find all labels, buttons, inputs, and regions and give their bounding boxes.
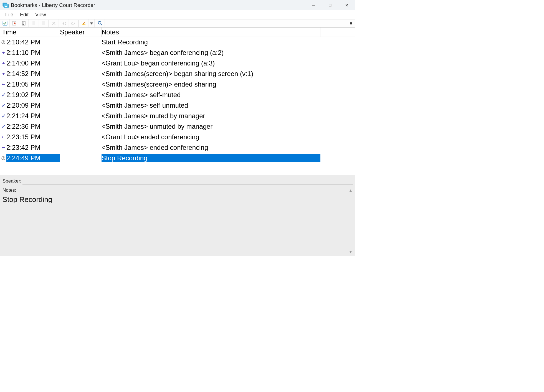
svg-marker-18: [90, 22, 93, 25]
clock-icon: [0, 40, 6, 44]
svg-marker-27: [3, 62, 5, 64]
titlebar: Bookmarks - Liberty Court Recorder: [0, 0, 355, 10]
cell-notes: Start Recording: [102, 38, 320, 46]
table-row[interactable]: 2:23:42 PM<Smith James> ended conferenci…: [0, 142, 355, 153]
svg-marker-15: [62, 22, 64, 24]
toolbar-highlight-dropdown[interactable]: [88, 19, 95, 27]
cell-time: 2:10:42 PM: [6, 38, 60, 46]
svg-rect-11: [32, 21, 35, 25]
svg-marker-29: [3, 73, 5, 75]
check-icon: [0, 103, 6, 108]
svg-line-20: [101, 24, 102, 25]
close-button[interactable]: [338, 0, 355, 10]
column-header-speaker[interactable]: Speaker: [60, 27, 102, 37]
cell-notes: <Grant Lou> began conferencing (a:3): [102, 59, 320, 67]
menu-edit[interactable]: Edit: [17, 11, 32, 18]
svg-rect-2: [5, 6, 7, 7]
svg-point-19: [98, 21, 101, 24]
cell-time: 2:14:00 PM: [6, 59, 60, 67]
app-icon: [2, 2, 10, 8]
app-window: Bookmarks - Liberty Court Recorder File …: [0, 0, 355, 256]
detail-pane: Speaker: Notes: ▲ ▼: [0, 175, 355, 256]
cell-time: 2:22:36 PM: [6, 123, 60, 130]
notes-label: Notes:: [2, 188, 353, 193]
table-row[interactable]: 2:20:09 PM<Smith James> self-unmuted: [0, 100, 355, 111]
join-icon: [0, 50, 6, 55]
toolbar-doc2-button: [39, 19, 48, 27]
cell-notes: <Smith James> began conferencing (a:2): [102, 49, 320, 57]
check-icon: [0, 124, 6, 129]
toolbar: ≡: [0, 19, 355, 27]
join-icon: [0, 72, 6, 76]
toolbar-highlight-button[interactable]: [79, 19, 88, 27]
speaker-input[interactable]: [22, 178, 353, 185]
svg-rect-12: [42, 21, 45, 25]
cell-notes: <Smith James> unmuted by manager: [102, 123, 320, 130]
toolbar-play-button[interactable]: [10, 19, 19, 27]
minimize-button[interactable]: [305, 0, 322, 10]
cell-notes: <Smith James> self-unmuted: [102, 102, 320, 109]
grid-body[interactable]: 2:10:42 PMStart Recording2:11:10 PM<Smit…: [0, 37, 355, 175]
cell-time: 2:23:42 PM: [6, 144, 60, 151]
window-title: Bookmarks - Liberty Court Recorder: [11, 2, 95, 8]
svg-marker-25: [3, 52, 5, 54]
table-row[interactable]: 2:14:00 PM<Grant Lou> began conferencing…: [0, 58, 355, 69]
toolbar-check-button[interactable]: [0, 19, 10, 27]
column-header-notes[interactable]: Notes: [102, 27, 320, 37]
toolbar-search-button[interactable]: [95, 19, 105, 27]
speaker-label: Speaker:: [2, 178, 22, 184]
table-row[interactable]: 2:19:02 PM<Smith James> self-muted: [0, 90, 355, 100]
toolbar-undo-button: [59, 19, 69, 27]
join-icon: [0, 61, 6, 65]
clock-icon: [0, 156, 6, 160]
cell-time: 2:18:05 PM: [6, 80, 60, 88]
table-row[interactable]: 2:24:49 PMStop Recording: [0, 153, 355, 163]
table-row[interactable]: 2:10:42 PMStart Recording: [0, 37, 355, 47]
leave-icon: [0, 82, 6, 87]
toolbar-attach-button[interactable]: [19, 19, 29, 27]
notes-scrollbar[interactable]: ▲ ▼: [348, 188, 353, 254]
svg-line-38: [3, 158, 4, 159]
table-row[interactable]: 2:14:52 PM<Smith James(screen)> began sh…: [0, 69, 355, 79]
menu-view[interactable]: View: [32, 11, 49, 18]
cell-time: 2:11:10 PM: [6, 49, 60, 57]
toolbar-overflow-button[interactable]: ≡: [347, 19, 355, 27]
toolbar-redo-button: [69, 19, 78, 27]
cell-notes: <Smith James> ended conferencing: [102, 144, 320, 151]
scroll-down-icon[interactable]: ▼: [349, 250, 353, 254]
cell-time: 2:19:02 PM: [6, 91, 60, 99]
table-row[interactable]: 2:22:36 PM<Smith James> unmuted by manag…: [0, 121, 355, 132]
cell-notes: <Smith James(screen)> began sharing scre…: [102, 70, 320, 78]
cell-time: 2:21:24 PM: [6, 112, 60, 120]
notes-textarea[interactable]: [2, 194, 353, 256]
cell-notes: <Grant Lou> ended conferencing: [102, 133, 320, 141]
svg-marker-16: [74, 22, 75, 24]
table-row[interactable]: 2:21:24 PM<Smith James> muted by manager: [0, 111, 355, 121]
cell-notes: <Smith James> self-muted: [102, 91, 320, 99]
cell-time: 2:24:49 PM: [6, 154, 60, 162]
cell-notes: <Smith James> muted by manager: [102, 112, 320, 120]
toolbar-delete-button: [49, 19, 59, 27]
cell-time: 2:23:15 PM: [6, 133, 60, 141]
table-row[interactable]: 2:23:15 PM<Grant Lou> ended conferencing: [0, 132, 355, 142]
check-icon: [0, 93, 6, 97]
bookmark-grid: Time Speaker Notes 2:10:42 PMStart Recor…: [0, 27, 355, 175]
leave-icon: [0, 145, 6, 150]
cell-time: 2:14:52 PM: [6, 70, 60, 78]
cell-notes: <Smith James(screen)> ended sharing: [102, 80, 320, 88]
leave-icon: [0, 135, 6, 139]
column-header-gutter: [320, 27, 355, 37]
menubar: File Edit View: [0, 10, 355, 19]
menu-file[interactable]: File: [2, 11, 17, 18]
table-row[interactable]: 2:11:10 PM<Smith James> began conferenci…: [0, 47, 355, 58]
column-header-time[interactable]: Time: [0, 27, 60, 37]
svg-line-23: [3, 42, 4, 43]
cell-time: 2:20:09 PM: [6, 102, 60, 109]
table-row[interactable]: 2:18:05 PM<Smith James(screen)> ended sh…: [0, 79, 355, 90]
grid-header: Time Speaker Notes: [0, 27, 355, 37]
toolbar-doc1-button: [29, 19, 39, 27]
check-icon: [0, 114, 6, 118]
cell-notes: Stop Recording: [102, 154, 320, 162]
scroll-up-icon[interactable]: ▲: [349, 188, 353, 193]
maximize-button[interactable]: [322, 0, 338, 10]
